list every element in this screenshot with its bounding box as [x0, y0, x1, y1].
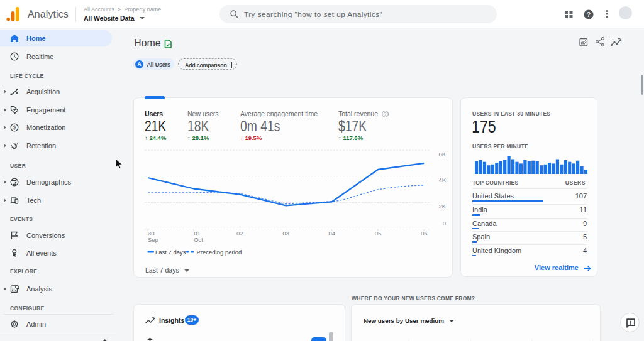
svg-text:4K: 4K: [438, 176, 446, 183]
svg-text:Sep: Sep: [148, 236, 158, 243]
svg-text:?: ?: [587, 11, 591, 18]
svg-text:06: 06: [421, 230, 428, 237]
svg-text:6K: 6K: [438, 151, 446, 158]
svg-text:04: 04: [329, 230, 336, 237]
svg-text:02: 02: [236, 230, 243, 237]
svg-text:0: 0: [443, 220, 446, 227]
svg-text:$: $: [13, 124, 16, 131]
svg-text:Last 7 days: Last 7 days: [155, 249, 186, 256]
svg-text:2K: 2K: [438, 203, 446, 210]
svg-text:Preceding period: Preceding period: [197, 249, 242, 256]
svg-text:05: 05: [375, 230, 382, 237]
svg-text:03: 03: [282, 230, 289, 237]
svg-text:Oct: Oct: [194, 236, 203, 243]
